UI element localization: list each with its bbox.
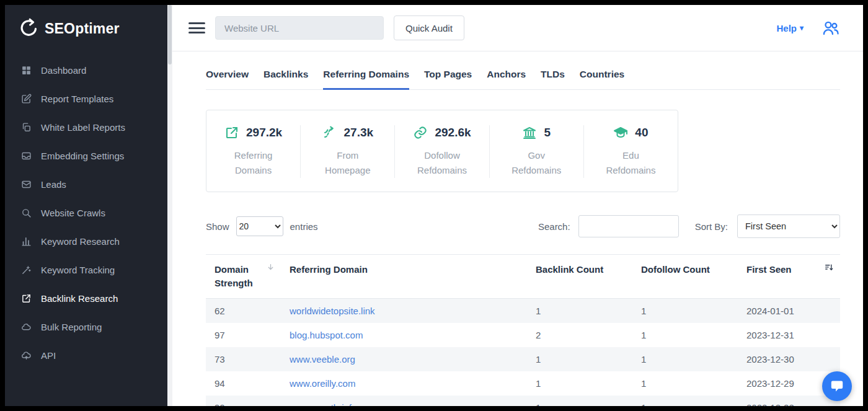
stat-value: 27.3k [344, 126, 374, 139]
sidebar-item-white-label-reports[interactable]: White Label Reports [5, 113, 167, 141]
main-area: Quick Audit Help ▾ Overview Backlinks Re… [172, 5, 863, 406]
sidebar-item-embedding-settings[interactable]: Embedding Settings [5, 141, 167, 170]
stat-from-homepage: 27.3k From Homepage [301, 125, 395, 178]
bar-chart-icon [21, 236, 32, 247]
sidebar-item-backlink-research[interactable]: Backlink Research [5, 284, 167, 312]
search-label: Search: [538, 221, 570, 232]
sidebar-item-report-templates[interactable]: Report Templates [5, 84, 167, 113]
cell-referring-domain: blog.hubspot.com [281, 323, 527, 347]
domain-link[interactable]: www.oreilly.com [290, 378, 355, 389]
show-label: Show [206, 221, 229, 232]
entries-select[interactable]: 20 [236, 216, 283, 236]
scrollbar-thumb[interactable] [168, 5, 172, 64]
help-menu[interactable]: Help ▾ [776, 23, 804, 33]
cell-backlink-count: 1 [527, 347, 632, 371]
sidebar-item-label: Embedding Settings [41, 151, 124, 161]
table-row: 97 blog.hubspot.com 2 1 2023-12-31 [206, 323, 840, 347]
header-backlink-count[interactable]: Backlink Count [527, 255, 632, 299]
external-link-icon [21, 293, 32, 304]
brand-name: SEOptimer [45, 20, 120, 37]
quick-audit-button[interactable]: Quick Audit [394, 15, 464, 40]
refdomain-stats-card: 297.2k Referring Domains 27.3k [206, 110, 678, 192]
dashboard-icon [21, 65, 32, 76]
entries-label: entries [290, 221, 318, 232]
stat-edu-refdomains: 40 Edu Refdomains [584, 125, 678, 178]
inbox-icon [21, 151, 32, 161]
cell-referring-domain: www.oreilly.com [281, 371, 527, 396]
sidebar-item-api[interactable]: API [5, 341, 167, 369]
tab-countries[interactable]: Countries [580, 65, 624, 90]
stat-label-line1: Edu [606, 148, 655, 163]
cell-backlink-count: 2 [527, 323, 632, 347]
report-tabs: Overview Backlinks Referring Domains Top… [206, 65, 840, 90]
tab-tlds[interactable]: TLDs [541, 65, 565, 90]
sort-amount-icon[interactable] [824, 263, 834, 272]
tab-overview[interactable]: Overview [206, 65, 249, 90]
sidebar-item-leads[interactable]: Leads [5, 170, 167, 198]
domain-link[interactable]: blog.hubspot.com [290, 330, 363, 340]
brand-logo[interactable]: SEOptimer [5, 5, 167, 52]
domain-link[interactable]: www.veeble.org [290, 354, 355, 365]
header-referring-domain[interactable]: Referring Domain [281, 255, 527, 299]
tab-backlinks[interactable]: Backlinks [264, 65, 308, 90]
chain-link-icon [413, 125, 428, 140]
cell-first-seen: 2024-01-01 [738, 298, 840, 323]
sidebar-item-bulk-reporting[interactable]: Bulk Reporting [5, 312, 167, 341]
header-dofollow-count[interactable]: Dofollow Count [632, 255, 738, 299]
sidebar-item-keyword-research[interactable]: Keyword Research [5, 227, 167, 255]
cell-referring-domain: corp.smartbrief.com [281, 396, 527, 407]
stat-label-line2: Homepage [325, 163, 370, 178]
cell-dofollow-count: 1 [632, 396, 738, 407]
cell-backlink-count: 1 [527, 396, 632, 407]
sort-down-arrow-icon[interactable] [267, 263, 275, 272]
tab-top-pages[interactable]: Top Pages [424, 65, 472, 90]
external-link-icon [224, 125, 239, 140]
stat-label-line2: Domains [234, 163, 273, 178]
header-first-seen[interactable]: First Seen [738, 255, 840, 299]
sidebar-item-label: White Label Reports [41, 122, 125, 133]
seoptimer-logo-icon [16, 17, 38, 40]
domain-link[interactable]: corp.smartbrief.com [290, 402, 372, 407]
stat-value: 5 [544, 126, 551, 139]
sidebar-item-label: API [41, 350, 56, 361]
envelope-icon [21, 179, 32, 190]
domain-link[interactable]: worldwidetopsite.link [290, 306, 375, 316]
caret-down-icon: ▾ [800, 24, 804, 32]
stat-value: 297.2k [246, 126, 282, 139]
sort-by-select[interactable]: First Seen [737, 214, 840, 238]
cell-domain-strength: 94 [206, 371, 281, 396]
chat-widget-button[interactable] [822, 371, 852, 401]
sidebar-item-label: Dashboard [41, 65, 86, 76]
tab-referring-domains[interactable]: Referring Domains [323, 65, 409, 90]
website-url-input[interactable] [215, 16, 384, 40]
stat-referring-domains: 297.2k Referring Domains [206, 125, 301, 178]
sidebar-item-keyword-tracking[interactable]: Keyword Tracking [5, 255, 167, 284]
sidebar-item-label: Bulk Reporting [41, 322, 102, 332]
chat-bubble-icon [830, 379, 844, 394]
sidebar-scrollbar[interactable] [167, 5, 172, 406]
sidebar-item-website-crawls[interactable]: Website Crawls [5, 198, 167, 227]
header-domain-strength[interactable]: Domain Strength [206, 255, 281, 299]
stat-value: 40 [635, 126, 648, 139]
bank-icon [522, 125, 537, 140]
stat-label-line2: Refdomains [417, 163, 467, 178]
cloud-upload-icon [21, 350, 32, 361]
stat-label-line1: Gov [512, 148, 561, 163]
hamburger-menu-icon[interactable] [188, 19, 205, 38]
cell-backlink-count: 1 [527, 371, 632, 396]
tab-anchors[interactable]: Anchors [487, 65, 526, 90]
stat-label-line2: Refdomains [606, 163, 655, 178]
search-input[interactable] [578, 215, 679, 237]
stat-value: 292.6k [435, 126, 471, 139]
stat-label-line2: Refdomains [512, 163, 561, 178]
sidebar-item-dashboard[interactable]: Dashboard [5, 56, 167, 84]
stat-label-line1: Dofollow [417, 148, 467, 163]
user-account-icon[interactable] [821, 19, 841, 37]
cell-domain-strength: 97 [206, 323, 281, 347]
table-row: 62 worldwidetopsite.link 1 1 2024-01-01 [206, 298, 840, 323]
magnifier-icon [21, 208, 32, 218]
cell-dofollow-count: 1 [632, 323, 738, 347]
table-controls: Show 20 entries Search: Sort By: First S… [206, 214, 840, 238]
cell-referring-domain: www.veeble.org [281, 347, 527, 371]
wand-icon [21, 265, 32, 275]
